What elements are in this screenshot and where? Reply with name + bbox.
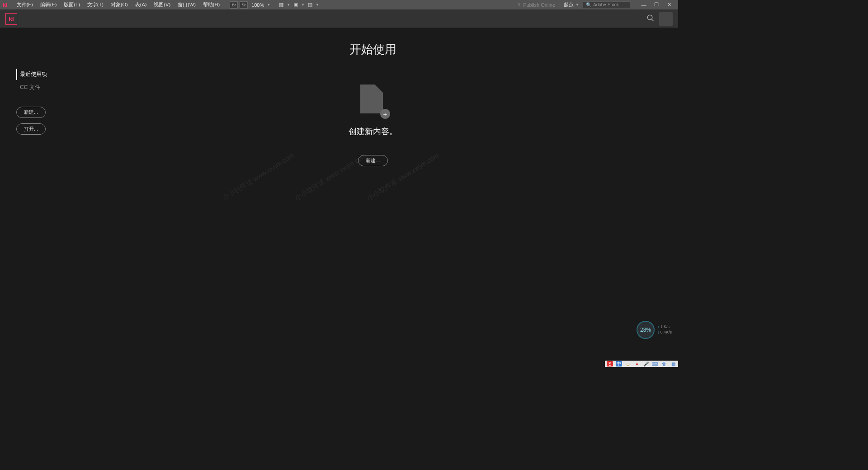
close-button[interactable]: ✕ (663, 1, 675, 9)
menu-help[interactable]: 帮助(H) (203, 1, 220, 8)
plus-icon: + (380, 109, 390, 119)
search-icon[interactable] (646, 14, 655, 24)
center-new-button[interactable]: 新建... (358, 155, 387, 166)
view-option-3-icon[interactable]: ▥ (306, 1, 315, 9)
publish-online-button[interactable]: ⇪ Publish Online (517, 2, 555, 8)
upload-icon: ⇪ (517, 2, 521, 8)
svg-line-1 (651, 19, 654, 21)
zoom-level[interactable]: 100% ▼ (251, 2, 270, 8)
search-icon: 🔍 (586, 2, 591, 7)
chevron-down-icon: ▼ (576, 3, 579, 7)
maximize-button[interactable]: ❐ (650, 1, 663, 9)
open-button[interactable]: 打开... (16, 123, 46, 135)
main-area: 最近使用项 CC 文件 新建... 打开... 开始使用 + 创建新内容。 新建… (0, 28, 678, 361)
ime-language-icon[interactable]: 中 (616, 361, 622, 367)
menu-object[interactable]: 对象(O) (111, 1, 128, 8)
new-document-icon: + (360, 85, 386, 116)
start-center: 开始使用 + 创建新内容。 新建... (68, 28, 678, 361)
tray-icon[interactable]: ▦ (670, 361, 676, 367)
network-speed: 1 K/s 0.4K/s (657, 324, 672, 335)
view-option-1-icon[interactable]: ▦ (277, 1, 286, 9)
menu-table[interactable]: 表(A) (135, 1, 147, 8)
system-monitor-widget[interactable]: 28% 1 K/s 0.4K/s (637, 321, 672, 339)
indesign-logo-icon: Id (5, 13, 17, 25)
chevron-down-icon: ▼ (267, 3, 270, 7)
sidebar-item-cc-files[interactable]: CC 文件 (16, 82, 63, 93)
menu-text[interactable]: 文字(T) (87, 1, 104, 8)
sidebar-item-recent[interactable]: 最近使用项 (16, 69, 63, 80)
menu-view[interactable]: 视图(V) (154, 1, 170, 8)
app-header: Id (0, 10, 678, 28)
svg-point-0 (647, 15, 652, 20)
chevron-down-icon: ▼ (301, 3, 305, 7)
menu-layout[interactable]: 版面(L) (64, 1, 80, 8)
menu-bar: Id 文件(F) 编辑(E) 版面(L) 文字(T) 对象(O) 表(A) 视图… (0, 0, 678, 10)
tray-icon[interactable]: ☺ (625, 361, 631, 367)
sogou-ime-icon[interactable]: S (607, 361, 613, 367)
cpu-percent: 28% (637, 321, 655, 339)
minimize-button[interactable]: ― (637, 1, 650, 9)
menu-file[interactable]: 文件(F) (17, 1, 33, 8)
workspace-switcher[interactable]: 起点 ▼ (559, 1, 579, 8)
menu-window[interactable]: 窗口(W) (178, 1, 196, 8)
stock-icon[interactable]: St (240, 1, 248, 9)
menu-edit[interactable]: 编辑(E) (40, 1, 57, 8)
adobe-stock-search[interactable]: 🔍 Adobe Stock (583, 1, 630, 8)
zoom-value: 100% (251, 2, 264, 8)
start-sidebar: 最近使用项 CC 文件 新建... 打开... (0, 28, 68, 361)
chevron-down-icon: ▼ (287, 3, 290, 7)
tray-icon[interactable]: 🗑 (661, 361, 667, 367)
tray-icon[interactable]: ● (634, 361, 640, 367)
new-button[interactable]: 新建... (16, 107, 46, 118)
tray-icon[interactable]: 🎤 (643, 361, 649, 367)
start-title: 开始使用 (349, 42, 396, 57)
user-avatar[interactable] (659, 12, 673, 26)
bridge-icon[interactable]: Br (230, 1, 238, 9)
system-tray: S 中 ☺ ● 🎤 ⌨ 🗑 ▦ (605, 361, 678, 367)
app-short-label: Id (3, 2, 8, 8)
start-subtitle: 创建新内容。 (349, 126, 397, 137)
tray-icon[interactable]: ⌨ (652, 361, 658, 367)
chevron-down-icon: ▼ (316, 3, 319, 7)
view-option-2-icon[interactable]: ▣ (291, 1, 300, 9)
